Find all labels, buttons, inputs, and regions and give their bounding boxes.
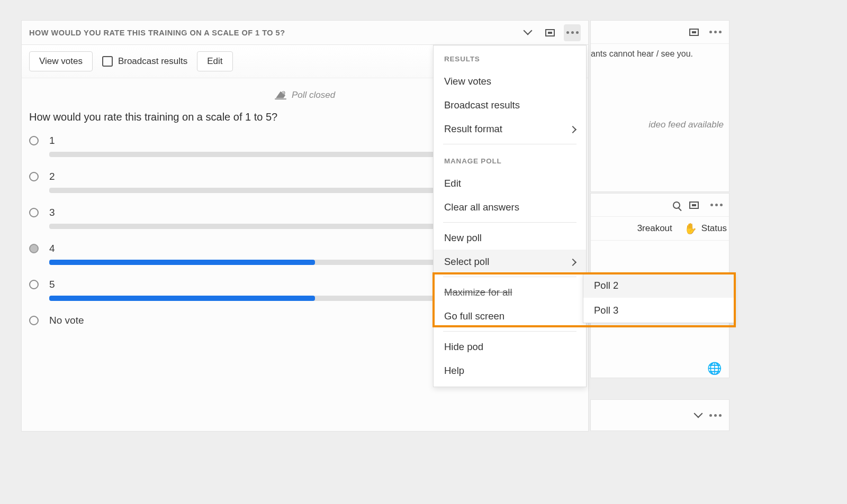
- pod-options-button[interactable]: [707, 407, 724, 424]
- more-icon: [709, 414, 722, 417]
- menu-broadcast-results[interactable]: Broadcast results: [434, 93, 586, 117]
- radio-icon[interactable]: [29, 172, 39, 181]
- menu-section-results: RESULTS: [434, 45, 586, 69]
- pod-options-button[interactable]: [564, 24, 581, 41]
- radio-icon[interactable]: [29, 244, 39, 253]
- poll-pod-title: HOW WOULD YOU RATE THIS TRAINING ON A SC…: [29, 29, 519, 37]
- no-video-feed: ideo feed available: [591, 120, 729, 130]
- fullscreen-icon: [545, 29, 555, 36]
- radio-icon[interactable]: [29, 136, 39, 145]
- attendees-tabs: 3reakout ✋Status: [591, 217, 729, 241]
- chevron-right-icon: [570, 256, 575, 268]
- poll-option-label: 2: [49, 171, 55, 182]
- pod-options-button[interactable]: [707, 24, 724, 41]
- menu-new-poll[interactable]: New poll: [434, 226, 586, 250]
- select-poll-submenu: Poll 2 Poll 3: [583, 272, 735, 323]
- menu-separator: [443, 331, 576, 332]
- poll-option-label: 5: [49, 279, 55, 290]
- chevron-right-icon: [570, 123, 575, 135]
- chevron-down-icon: [525, 28, 531, 38]
- maximize-button[interactable]: [686, 197, 702, 214]
- submenu-poll-3[interactable]: Poll 3: [583, 298, 734, 323]
- tab-breakout[interactable]: 3reakout: [637, 223, 672, 234]
- checkbox-icon: [102, 56, 113, 67]
- radio-icon[interactable]: [29, 316, 39, 325]
- submenu-poll-2[interactable]: Poll 2: [583, 273, 734, 298]
- radio-icon[interactable]: [29, 208, 39, 217]
- maximize-button[interactable]: [542, 24, 558, 41]
- menu-result-format[interactable]: Result format: [434, 117, 586, 141]
- search-icon[interactable]: [673, 201, 680, 209]
- menu-separator: [443, 277, 576, 277]
- radio-icon[interactable]: [29, 280, 39, 289]
- more-icon: [566, 31, 579, 34]
- poll-pod-header: HOW WOULD YOU RATE THIS TRAINING ON A SC…: [22, 21, 588, 45]
- menu-separator: [443, 144, 576, 144]
- menu-separator: [443, 222, 576, 223]
- tab-status[interactable]: ✋Status: [684, 222, 727, 235]
- poll-option-label: 3: [49, 207, 55, 218]
- chevron-down-icon[interactable]: [695, 410, 701, 420]
- menu-edit[interactable]: Edit: [434, 171, 586, 195]
- broadcast-results-label: Broadcast results: [118, 56, 187, 67]
- video-pod-header: [591, 21, 729, 44]
- menu-clear-answers[interactable]: Clear all answers: [434, 195, 586, 219]
- svg-rect-1: [275, 98, 286, 99]
- view-votes-button[interactable]: View votes: [29, 51, 93, 71]
- maximize-button[interactable]: [686, 24, 702, 41]
- menu-help[interactable]: Help: [434, 359, 586, 382]
- poll-closed-icon: [275, 90, 286, 100]
- menu-select-poll[interactable]: Select poll: [434, 250, 586, 273]
- menu-section-manage: MANAGE POLL: [434, 148, 586, 171]
- chat-pod-footer: [590, 399, 729, 431]
- menu-view-votes[interactable]: View votes: [434, 69, 586, 93]
- collapse-button[interactable]: [519, 24, 536, 41]
- participants-notice: ants cannot hear / see you.: [591, 44, 729, 59]
- poll-status-text: Poll closed: [292, 90, 335, 100]
- menu-full-screen[interactable]: Go full screen: [434, 304, 586, 328]
- menu-maximize-all[interactable]: Maximize for all: [434, 280, 586, 304]
- fullscreen-icon: [689, 29, 699, 36]
- pod-options-menu: RESULTS View votes Broadcast results Res…: [433, 45, 587, 387]
- globe-icon[interactable]: 🌐: [707, 362, 722, 375]
- more-icon: [709, 31, 722, 33]
- video-pod: ants cannot hear / see you. ideo feed av…: [590, 20, 729, 192]
- edit-button[interactable]: Edit: [197, 51, 232, 71]
- more-icon: [710, 204, 723, 206]
- broadcast-results-toggle[interactable]: Broadcast results: [102, 56, 187, 67]
- menu-hide-pod[interactable]: Hide pod: [434, 335, 586, 359]
- fullscreen-icon: [689, 201, 699, 209]
- poll-option-label: No vote: [49, 315, 84, 326]
- poll-option-label: 4: [49, 243, 55, 254]
- pod-options-button[interactable]: [708, 197, 725, 214]
- poll-pod-header-actions: [519, 24, 581, 41]
- attendees-pod-header: [591, 194, 729, 217]
- raise-hand-icon: ✋: [684, 222, 697, 235]
- poll-option-label: 1: [49, 135, 55, 146]
